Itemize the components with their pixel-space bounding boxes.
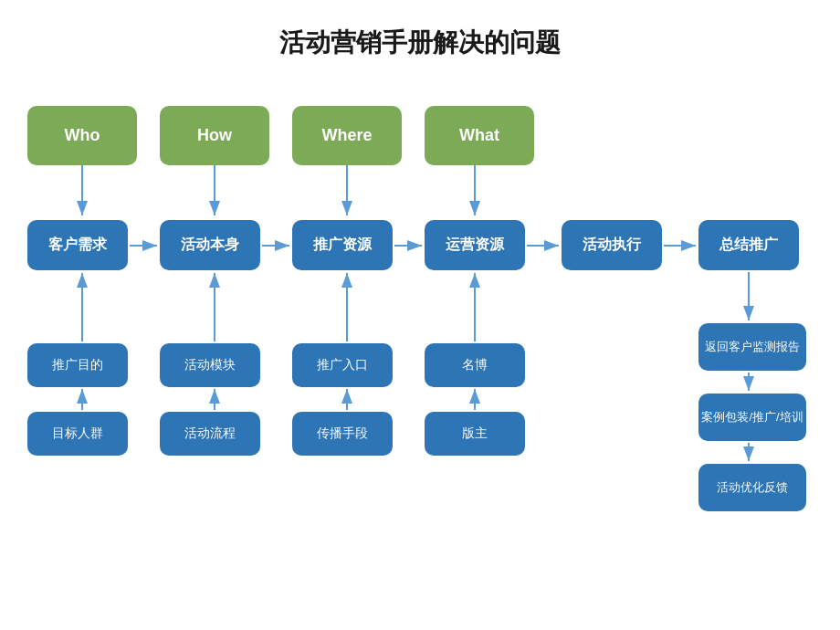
sub-box-mingbo: 名博: [425, 343, 525, 387]
main-box-customer: 客户需求: [27, 220, 128, 270]
sub-box-spread: 传播手段: [292, 412, 393, 456]
right-box-case: 案例包装/推广/培训: [698, 394, 806, 441]
page-title: 活动营销手册解决的问题: [0, 0, 840, 79]
main-box-ops: 运营资源: [425, 220, 525, 270]
green-box-where: Where: [292, 106, 402, 165]
main-box-execute: 活动执行: [562, 220, 662, 270]
diagram-area: Who How Where What 客户需求 活动本身 推广资源 运营资源 活…: [0, 79, 840, 608]
sub-box-promo-entry: 推广入口: [292, 343, 393, 387]
main-box-summary: 总结推广: [698, 220, 799, 270]
main-box-promo: 推广资源: [292, 220, 393, 270]
sub-box-act-flow: 活动流程: [160, 412, 260, 456]
green-box-how: How: [160, 106, 269, 165]
right-box-optimize: 活动优化反馈: [698, 464, 806, 511]
sub-box-target-group: 目标人群: [27, 412, 128, 456]
main-box-activity: 活动本身: [160, 220, 260, 270]
right-box-monitor: 返回客户监测报告: [698, 323, 806, 371]
sub-box-act-module: 活动模块: [160, 343, 260, 387]
green-box-who: Who: [27, 106, 137, 165]
green-box-what: What: [425, 106, 534, 165]
sub-box-promo-goal: 推广目的: [27, 343, 128, 387]
sub-box-webmaster: 版主: [425, 412, 525, 456]
